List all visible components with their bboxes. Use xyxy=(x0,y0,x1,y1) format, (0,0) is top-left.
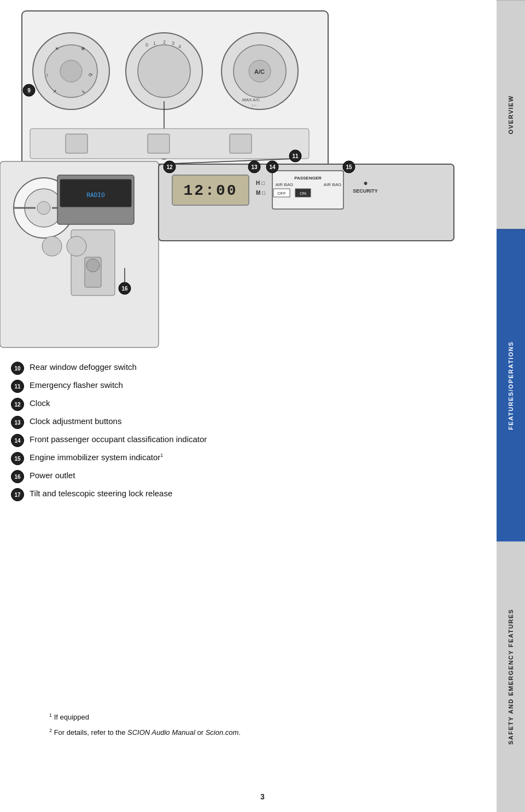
badge-12: 12 xyxy=(11,398,24,411)
footnote-1-text: 1 If equipped xyxy=(49,713,89,721)
legend-item-12: 12 Clock xyxy=(11,397,470,411)
svg-text:A/C: A/C xyxy=(254,68,265,75)
badge-17: 17 xyxy=(11,488,24,501)
svg-text:↘: ↘ xyxy=(81,89,85,94)
svg-text:↕↔: ↕↔ xyxy=(252,103,258,107)
legend-text-15: Engine immobilizer system indicator1 xyxy=(30,451,163,464)
svg-rect-29 xyxy=(66,134,88,153)
svg-text:AIR BAG: AIR BAG xyxy=(276,182,293,187)
svg-text:⚈: ⚈ xyxy=(364,181,368,186)
svg-point-42 xyxy=(67,236,86,256)
illustration-area: ☀ ❄ ↕ ⟳ ↗ ↘ 9 0 1 2 3 4 10 A/C MAX A/C ↕… xyxy=(0,0,470,356)
legend-item-15: 15 Engine immobilizer system indicator1 xyxy=(11,451,470,465)
svg-text:OFF: OFF xyxy=(277,191,286,196)
footnote-2-text: 2 For details, refer to the SCION Audio … xyxy=(49,728,241,736)
svg-rect-30 xyxy=(148,134,170,153)
svg-text:M □: M □ xyxy=(256,190,265,196)
svg-text:❄: ❄ xyxy=(81,46,85,51)
svg-text:2: 2 xyxy=(163,39,166,45)
sidebar-tab-overview: OVERVIEW xyxy=(497,0,525,229)
svg-point-40 xyxy=(86,259,100,272)
svg-text:14: 14 xyxy=(269,164,276,170)
legend-item-11: 11 Emergency flasher switch xyxy=(11,379,470,393)
footnote-2-italic2: Scion.com xyxy=(206,728,239,736)
legend-text-16: Power outlet xyxy=(30,469,75,482)
svg-text:☀: ☀ xyxy=(55,46,59,51)
legend-text-14: Front passenger occupant classification … xyxy=(30,433,207,446)
badge-14: 14 xyxy=(11,434,24,447)
main-diagram-svg: ☀ ❄ ↕ ⟳ ↗ ↘ 9 0 1 2 3 4 10 A/C MAX A/C ↕… xyxy=(0,0,470,356)
badge-16: 16 xyxy=(11,470,24,483)
legend-item-16: 16 Power outlet xyxy=(11,469,470,483)
svg-text:ON: ON xyxy=(300,191,306,196)
legend-item-13: 13 Clock adjustment buttons xyxy=(11,415,470,429)
legend-item-17: 17 Tilt and telescopic steering lock rel… xyxy=(11,488,470,501)
sidebar-tab-safety: SAFETY AND EMERGENCY FEATURES xyxy=(497,542,525,812)
svg-text:1: 1 xyxy=(153,40,156,46)
sidebar-tab-features: FEATURES/OPERATIONS xyxy=(497,229,525,542)
legend-text-11: Emergency flasher switch xyxy=(30,379,123,392)
footnote-2-italic1: SCION Audio Manual xyxy=(127,728,195,736)
svg-text:4: 4 xyxy=(178,44,181,49)
svg-text:⟳: ⟳ xyxy=(89,72,93,78)
legend-item-10: 10 Rear window defogger switch xyxy=(11,361,470,375)
svg-text:3: 3 xyxy=(172,40,174,46)
legend-section: 10 Rear window defogger switch 11 Emerge… xyxy=(11,361,470,506)
svg-text:MAX A/C: MAX A/C xyxy=(242,97,260,102)
svg-text:↕: ↕ xyxy=(46,72,49,78)
svg-text:13: 13 xyxy=(251,164,258,170)
svg-text:15: 15 xyxy=(346,164,352,170)
svg-point-35 xyxy=(37,201,50,214)
badge-15: 15 xyxy=(11,452,24,465)
svg-rect-31 xyxy=(230,134,252,153)
legend-text-10: Rear window defogger switch xyxy=(30,361,137,374)
svg-text:11: 11 xyxy=(292,153,299,159)
legend-text-17: Tilt and telescopic steering lock releas… xyxy=(30,488,172,500)
badge-10: 10 xyxy=(11,362,24,375)
svg-text:SECURITY: SECURITY xyxy=(353,188,378,194)
sidebar: OVERVIEW FEATURES/OPERATIONS SAFETY AND … xyxy=(497,0,525,812)
legend-text-12: Clock xyxy=(30,397,50,410)
footnote-ref-1: 1 xyxy=(160,453,163,458)
svg-text:AIR BAG: AIR BAG xyxy=(324,182,341,187)
badge-13: 13 xyxy=(11,416,24,429)
svg-text:9: 9 xyxy=(27,88,31,94)
svg-text:16: 16 xyxy=(121,286,128,292)
badge-11: 11 xyxy=(11,380,24,393)
svg-text:H □: H □ xyxy=(256,180,265,186)
legend-item-14: 14 Front passenger occupant classificati… xyxy=(11,433,470,447)
svg-point-41 xyxy=(42,236,62,256)
page-number: 3 xyxy=(260,792,265,801)
footnotes-section: 1 If equipped 2 For details, refer to th… xyxy=(33,711,470,739)
svg-text:PASSENGER: PASSENGER xyxy=(294,176,322,181)
svg-point-13 xyxy=(138,45,190,97)
svg-text:↗: ↗ xyxy=(52,89,57,94)
svg-text:RADIO: RADIO xyxy=(86,192,104,199)
svg-point-3 xyxy=(60,60,82,82)
legend-text-13: Clock adjustment buttons xyxy=(30,415,121,428)
svg-text:12:00: 12:00 xyxy=(183,182,237,199)
svg-text:12: 12 xyxy=(166,164,173,170)
svg-text:0: 0 xyxy=(145,42,148,48)
